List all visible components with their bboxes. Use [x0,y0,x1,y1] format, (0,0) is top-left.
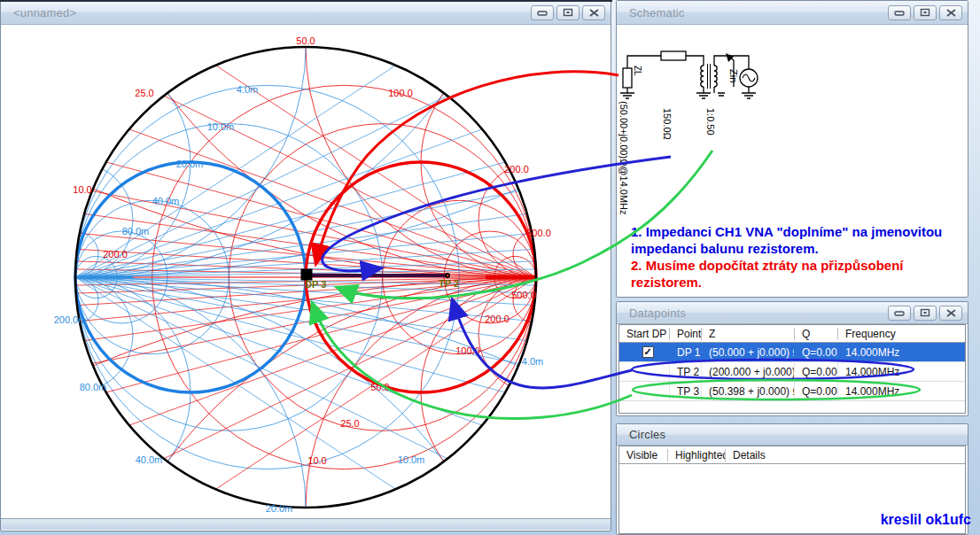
annotation-notes: 1. Impedanci CH1 VNA "doplníme" na jmeno… [631,223,971,291]
cell-q: Q=0.000 [795,362,838,381]
table-row-tp3[interactable]: TP 3 (50.398 + j0.000) Ω Q=0.000 14.000M… [619,382,965,401]
cell-q: Q=0.000 [795,382,838,400]
column-header-visible[interactable]: Visible [619,449,668,461]
main-window-titlebar[interactable]: <unnamed> [1,1,611,25]
main-window-title: <unnamed> [6,6,76,19]
start-dp-checkbox[interactable]: ✓ [642,346,654,358]
maximize-icon [563,8,573,17]
minimize-icon [537,9,548,17]
note-line: impedanci balunu rezistorem. [631,240,971,257]
schematic-titlebar[interactable]: Schematic [617,1,968,25]
close-button[interactable] [939,5,962,20]
cell-point: DP 1 [670,343,702,361]
column-header-details[interactable]: Details [726,449,965,461]
note-line: rezistorem. [631,274,971,291]
cell-z: (50.398 + j0.000) Ω [702,382,795,400]
datapoints-table: Start DP Point Z Q Frequency ✓ DP 1 (50.… [618,324,966,414]
author-credit: kreslil ok1ufc [881,512,971,528]
circles-title: Circles [622,428,665,441]
minimize-icon [894,9,905,17]
datapoints-titlebar[interactable]: Datapoints [617,302,968,324]
close-icon [946,309,956,317]
cell-frequency: 14.000MHz [838,382,965,400]
minimize-button[interactable] [888,5,911,20]
circles-table-header: Visible Highlighted Details [619,446,965,464]
maximize-icon [920,308,930,317]
table-row-tp2[interactable]: TP 2 (200.000 + j0.000) Ω Q=0.000 14.000… [619,362,965,382]
cell-z: (200.000 + j0.000) Ω [702,362,795,381]
cell-frequency: 14.000MHz [838,362,965,381]
cell-point: TP 3 [670,382,702,400]
column-header-highlighted[interactable]: Highlighted [668,449,726,461]
note-line: 1. Impedanci CH1 VNA "doplníme" na jmeno… [631,223,971,240]
maximize-button[interactable] [914,5,937,20]
column-header-start-dp[interactable]: Start DP [619,328,670,340]
maximize-button[interactable] [556,5,579,20]
datapoints-title: Datapoints [622,306,686,320]
circles-titlebar[interactable]: Circles [617,424,968,446]
note-line: 2. Musíme dopočítat ztráty na přizpůsobe… [631,257,971,274]
maximize-button[interactable] [914,306,937,321]
desktop-edge [0,0,612,2]
close-icon [946,9,956,17]
cell-z: (50.000 + j0.000) Ω [702,343,795,361]
schematic-title: Schematic [622,6,685,19]
datapoints-table-header: Start DP Point Z Q Frequency [619,325,965,343]
close-button[interactable] [939,306,962,321]
datapoints-window: Datapoints Start DP Point Z Q Frequency … [616,301,968,416]
cell-point: TP 2 [670,362,702,381]
maximize-icon [920,8,930,17]
close-icon [589,9,599,17]
column-header-q[interactable]: Q [795,328,838,340]
minimize-icon [894,309,905,317]
minimize-button[interactable] [888,306,911,321]
column-header-z[interactable]: Z [702,328,795,340]
close-button[interactable] [582,5,605,20]
minimize-button[interactable] [531,5,554,20]
window-bottom-frame [1,518,611,530]
column-header-frequency[interactable]: Frequency [838,328,965,340]
column-header-point[interactable]: Point [670,328,702,340]
smith-chart-window: <unnamed> [0,0,611,531]
cell-frequency: 14.000MHz [838,343,965,361]
table-row-dp1[interactable]: ✓ DP 1 (50.000 + j0.000) Ω Q=0.000 14.00… [619,343,965,362]
smith-chart-client-area[interactable] [1,25,611,518]
check-icon: ✓ [643,346,651,358]
cell-q: Q=0.000 [795,343,838,361]
